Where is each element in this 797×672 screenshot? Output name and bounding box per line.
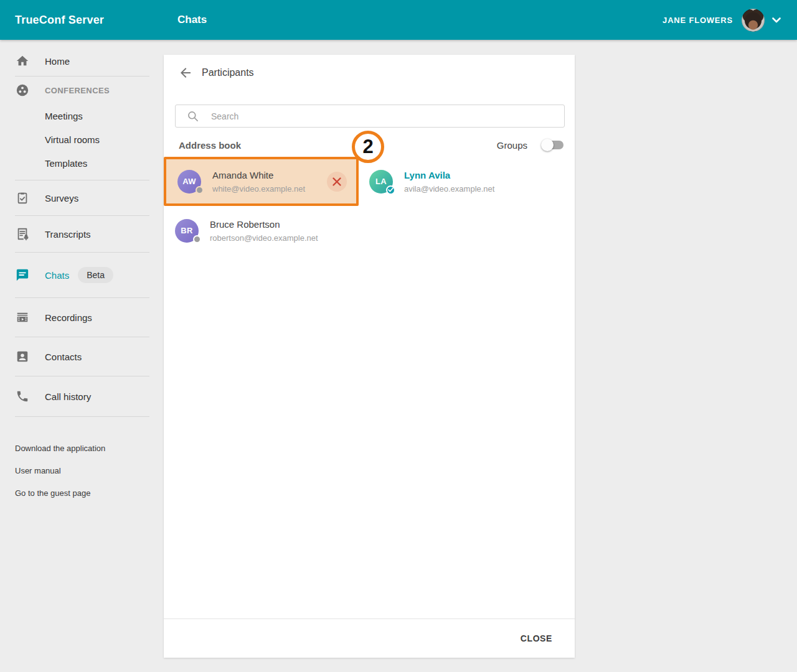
conferences-icon xyxy=(15,83,30,98)
avatar-initials: AW xyxy=(182,177,196,186)
home-icon xyxy=(15,54,30,68)
sidebar-item-label: Virtual rooms xyxy=(45,134,100,145)
sidebar-item-call-history[interactable]: Call history xyxy=(0,376,149,416)
participant-name: Bruce Robertson xyxy=(210,219,318,230)
panel-title: Participants xyxy=(202,67,254,78)
user-name: JANE FLOWERS xyxy=(663,16,733,25)
beta-badge: Beta xyxy=(78,267,113,283)
participants-panel: Participants Address book Groups 2 AW Am… xyxy=(164,55,575,658)
recordings-icon xyxy=(15,310,30,325)
participant-email: robertson@video.example.net xyxy=(210,233,318,243)
participant-email: avila@video.example.net xyxy=(404,184,494,194)
status-check-badge xyxy=(386,185,395,195)
sidebar-item-label: Surveys xyxy=(45,193,78,203)
user-menu[interactable]: JANE FLOWERS xyxy=(663,9,797,32)
sidebar-item-label: Chats xyxy=(45,270,69,281)
sidebar-item-recordings[interactable]: Recordings xyxy=(0,298,149,337)
avatar: LA xyxy=(369,170,393,194)
sidebar-item-label: Recordings xyxy=(45,312,92,323)
sidebar: Home CONFERENCES Meetings Virtual rooms … xyxy=(0,40,149,672)
avatar: BR xyxy=(175,219,199,243)
user-avatar xyxy=(742,9,765,32)
close-icon xyxy=(332,177,342,187)
participant-name[interactable]: Lynn Avila xyxy=(404,170,494,180)
participant-row[interactable]: BR Bruce Robertson robertson@video.examp… xyxy=(175,206,359,255)
sidebar-item-label: Transcripts xyxy=(45,229,91,240)
sidebar-item-home[interactable]: Home xyxy=(0,46,149,76)
sidebar-item-transcripts[interactable]: Transcripts xyxy=(0,216,149,252)
sidebar-section-label: CONFERENCES xyxy=(45,86,110,95)
close-button[interactable]: CLOSE xyxy=(514,628,559,648)
panel-footer: CLOSE xyxy=(164,618,575,658)
participant-row[interactable]: LA Lynn Avila avila@video.example.net xyxy=(359,157,575,206)
sidebar-section-conferences[interactable]: CONFERENCES xyxy=(0,77,149,104)
back-arrow-icon[interactable] xyxy=(178,65,193,80)
transcripts-icon xyxy=(15,226,30,241)
sidebar-item-label: Templates xyxy=(45,158,87,169)
sidebar-item-label: Home xyxy=(45,56,70,67)
sidebar-item-contacts[interactable]: Contacts xyxy=(0,337,149,376)
link-guest-page[interactable]: Go to the guest page xyxy=(0,482,149,504)
toggle-knob xyxy=(541,139,554,151)
participants-list: AW Amanda White white@video.example.net … xyxy=(175,157,575,255)
status-offline-dot xyxy=(193,235,201,243)
avatar-initials: BR xyxy=(181,226,192,235)
sidebar-footer-links: Download the application User manual Go … xyxy=(0,437,149,504)
chats-icon xyxy=(15,268,30,282)
sidebar-item-label: Contacts xyxy=(45,352,82,362)
app-title: TrueConf Server xyxy=(0,14,104,27)
chevron-down-icon xyxy=(772,17,781,23)
search-box xyxy=(175,105,565,128)
remove-participant-button[interactable] xyxy=(327,172,347,192)
top-bar: TrueConf Server Chats JANE FLOWERS xyxy=(0,0,797,40)
surveys-icon xyxy=(15,190,30,205)
sidebar-item-chats[interactable]: Chats Beta xyxy=(0,253,149,297)
sidebar-item-surveys[interactable]: Surveys xyxy=(0,180,149,215)
participant-email: white@video.example.net xyxy=(212,184,305,194)
sidebar-item-label: Meetings xyxy=(45,111,83,121)
sidebar-item-virtual-rooms[interactable]: Virtual rooms xyxy=(0,128,149,151)
groups-label: Groups xyxy=(497,140,527,151)
sidebar-item-templates[interactable]: Templates xyxy=(0,151,149,175)
avatar: AW xyxy=(177,170,201,194)
annotation-step-badge: 2 xyxy=(352,131,384,163)
participant-name: Amanda White xyxy=(212,170,305,180)
groups-toggle[interactable] xyxy=(542,141,564,149)
sidebar-item-meetings[interactable]: Meetings xyxy=(0,104,149,128)
page-title: Chats xyxy=(177,14,207,26)
avatar-initials: LA xyxy=(375,177,387,186)
divider xyxy=(15,416,149,417)
link-download-application[interactable]: Download the application xyxy=(0,437,149,459)
sidebar-item-label: Call history xyxy=(45,391,91,402)
search-icon xyxy=(187,110,199,123)
participant-row-highlighted[interactable]: AW Amanda White white@video.example.net xyxy=(164,157,359,206)
search-input[interactable] xyxy=(211,111,564,121)
call-history-icon xyxy=(15,389,30,404)
address-book-label: Address book xyxy=(179,140,241,151)
link-user-manual[interactable]: User manual xyxy=(0,459,149,482)
status-offline-dot xyxy=(196,186,204,194)
panel-header: Participants xyxy=(164,55,575,91)
contacts-icon xyxy=(15,349,30,364)
